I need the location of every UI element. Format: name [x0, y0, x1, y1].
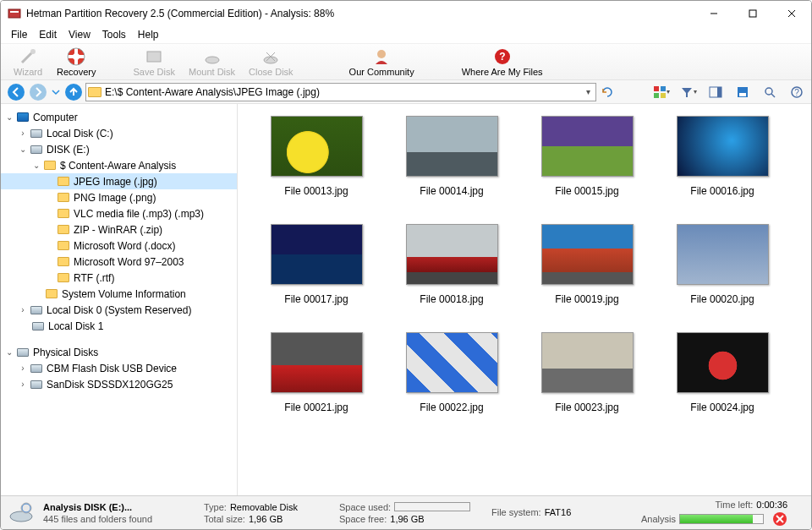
menu-tools[interactable]: Tools — [97, 27, 131, 42]
tree-localc[interactable]: ›Local Disk (C:) — [1, 125, 237, 141]
tree-label: RTF (.rtf) — [74, 272, 114, 284]
tree-computer[interactable]: ⌄Computer — [1, 109, 237, 125]
status-analysis-target: Analysis DISK (E:)... — [43, 502, 187, 512]
file-name: File 00014.jpg — [420, 185, 483, 197]
community-button[interactable]: Our Community — [343, 45, 421, 79]
preview-button[interactable] — [706, 83, 725, 101]
file-thumb[interactable]: File 00015.jpg — [524, 116, 650, 197]
svg-text:?: ? — [499, 51, 505, 63]
thumbnail-image — [677, 332, 769, 393]
wizard-button[interactable]: Wizard — [6, 45, 50, 79]
tree-rtf[interactable]: RTF (.rtf) — [1, 270, 237, 286]
folder-tree[interactable]: ⌄Computer ›Local Disk (C:) ⌄DISK (E:) ⌄$… — [1, 104, 238, 495]
back-button[interactable] — [6, 82, 26, 102]
thumbnail-image — [406, 116, 498, 177]
svg-rect-13 — [147, 52, 161, 62]
close-button[interactable] — [772, 1, 811, 26]
file-name: File 00013.jpg — [284, 185, 348, 197]
svg-rect-27 — [661, 93, 666, 98]
svg-rect-25 — [661, 86, 666, 91]
menu-view[interactable]: View — [63, 27, 96, 42]
tree-label: VLC media file (.mp3) (.mp3) — [74, 208, 204, 220]
tree-label: Physical Disks — [33, 347, 98, 358]
file-thumb[interactable]: File 00023.jpg — [524, 332, 650, 413]
tree-localdisk0[interactable]: ›Local Disk 0 (System Reserved) — [1, 302, 237, 318]
wherefiles-button[interactable]: ? Where Are My Files — [455, 45, 550, 79]
status-col-1: Analysis DISK (E:)... 445 files and fold… — [43, 502, 187, 524]
tree-label: DISK (E:) — [47, 144, 90, 156]
wizard-label: Wizard — [14, 67, 42, 77]
forward-button[interactable] — [28, 82, 48, 102]
tree-diske[interactable]: ⌄DISK (E:) — [1, 141, 237, 157]
minimize-button[interactable] — [694, 1, 733, 26]
svg-rect-0 — [8, 9, 20, 18]
file-name: File 00018.jpg — [420, 293, 483, 305]
file-thumb[interactable]: File 00016.jpg — [659, 116, 786, 197]
filter-button[interactable]: ▾ — [679, 83, 698, 101]
recovery-button[interactable]: Recovery — [50, 45, 102, 79]
file-view[interactable]: File 00013.jpgFile 00014.jpgFile 00015.j… — [238, 104, 811, 495]
tree-docx[interactable]: Microsoft Word (.docx) — [1, 238, 237, 254]
savedisk-button[interactable]: Save Disk — [126, 45, 182, 79]
mount-disk-icon — [202, 46, 222, 67]
save-disk-icon — [144, 46, 164, 67]
stop-icon[interactable] — [772, 511, 787, 527]
statusbar: Analysis DISK (E:)... 445 files and fold… — [1, 495, 811, 529]
svg-point-36 — [10, 511, 32, 522]
tree-sandisk[interactable]: ›SanDisk SDSSDX120GG25 — [1, 376, 237, 392]
up-button[interactable] — [63, 82, 84, 102]
refresh-button[interactable] — [598, 83, 617, 101]
tree-label: JPEG Image (.jpg) — [74, 176, 157, 188]
tree-png[interactable]: PNG Image (.png) — [1, 189, 237, 205]
file-thumb[interactable]: File 00018.jpg — [388, 224, 515, 305]
file-thumb[interactable]: File 00014.jpg — [388, 116, 515, 197]
svg-line-33 — [771, 94, 775, 97]
tree-mp3[interactable]: VLC media file (.mp3) (.mp3) — [1, 205, 237, 221]
svg-rect-1 — [10, 11, 19, 13]
view-mode-button[interactable]: ▾ — [652, 83, 671, 101]
address-input[interactable] — [105, 86, 583, 98]
thumbnail-image — [541, 224, 634, 285]
file-thumb[interactable]: File 00013.jpg — [253, 116, 380, 197]
file-thumb[interactable]: File 00019.jpg — [524, 224, 650, 305]
address-bar[interactable]: ▾ — [85, 83, 596, 101]
menu-edit[interactable]: Edit — [34, 27, 62, 42]
tree-localdisk1[interactable]: Local Disk 1 — [1, 318, 237, 334]
tree-zip[interactable]: ZIP - WinRAR (.zip) — [1, 221, 237, 238]
tree-jpeg[interactable]: JPEG Image (.jpg) — [1, 173, 237, 189]
tree-cbm[interactable]: ›CBM Flash Disk USB Device — [1, 360, 237, 376]
tree-doc[interactable]: Microsoft Word 97–2003 — [1, 254, 237, 270]
wand-icon — [18, 46, 38, 67]
file-thumb[interactable]: File 00024.jpg — [659, 332, 786, 413]
tree-label: Computer — [33, 112, 78, 123]
history-dropdown[interactable] — [50, 82, 62, 102]
options-button[interactable]: ? — [787, 83, 806, 101]
mountdisk-button[interactable]: Mount Disk — [182, 45, 242, 79]
search-button[interactable] — [760, 83, 779, 101]
status-free-value: 1,96 GB — [390, 514, 424, 524]
tree-caa[interactable]: ⌄$ Content-Aware Analysis — [1, 157, 237, 173]
file-name: File 00019.jpg — [555, 293, 618, 305]
file-thumb[interactable]: File 00022.jpg — [388, 332, 515, 413]
tree-svi[interactable]: System Volume Information — [1, 286, 237, 302]
analysis-progress — [679, 514, 764, 524]
maximize-button[interactable] — [733, 1, 772, 26]
tree-label: Local Disk 0 (System Reserved) — [47, 304, 191, 316]
svg-text:?: ? — [794, 88, 799, 97]
tree-label: System Volume Information — [62, 288, 186, 300]
app-window: Hetman Partition Recovery 2.5 (Commercia… — [0, 0, 812, 530]
svg-rect-29 — [717, 87, 721, 97]
close-disk-icon — [261, 46, 281, 67]
menu-file[interactable]: File — [6, 27, 32, 42]
file-thumb[interactable]: File 00017.jpg — [253, 224, 380, 305]
file-thumb[interactable]: File 00021.jpg — [253, 332, 380, 413]
lifebuoy-icon — [66, 46, 86, 67]
menubar: File Edit View Tools Help — [1, 26, 811, 43]
menu-help[interactable]: Help — [133, 27, 164, 42]
thumbnail-image — [541, 332, 634, 393]
file-thumb[interactable]: File 00020.jpg — [659, 224, 786, 305]
tree-physical[interactable]: ⌄Physical Disks — [1, 344, 237, 360]
save-button[interactable] — [733, 83, 752, 101]
chevron-down-icon[interactable]: ▾ — [583, 87, 594, 96]
closedisk-button[interactable]: Close Disk — [242, 45, 300, 79]
